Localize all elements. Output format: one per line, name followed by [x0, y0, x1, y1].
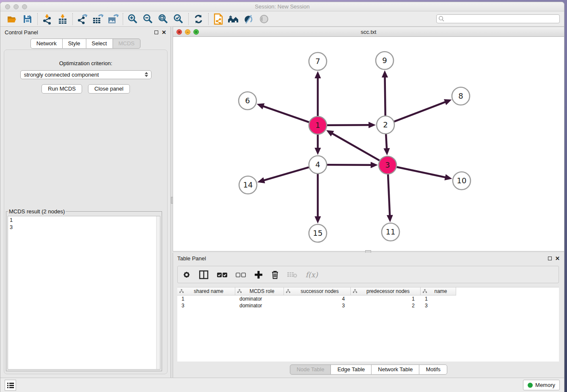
birds-eye-view-icon[interactable]: [256, 13, 272, 25]
node-label: 8: [458, 91, 463, 100]
table-cell: dominator: [235, 295, 284, 302]
graph-node-11[interactable]: 11: [382, 223, 399, 241]
result-scrollbar[interactable]: [156, 216, 160, 369]
graph-node-8[interactable]: 8: [452, 87, 470, 105]
mcds-result-line: 1: [10, 217, 158, 224]
close-panel-icon[interactable]: ✕: [162, 30, 166, 35]
column-header-name[interactable]: name: [421, 287, 456, 295]
column-header-shared-name[interactable]: shared name: [177, 287, 235, 295]
graph-edge-2-3[interactable]: [386, 134, 387, 149]
table-row[interactable]: 1dominator411: [177, 295, 559, 302]
column-header-mcds-role[interactable]: MCDS role: [235, 287, 284, 295]
graph-node-9[interactable]: 9: [376, 52, 394, 69]
toolbar-separator: [188, 13, 189, 25]
network-window-title: scc.txt: [173, 29, 564, 35]
hide-details-icon[interactable]: [241, 13, 256, 25]
graph-edge-1-6[interactable]: [262, 106, 309, 122]
app-window: Session: New Session: [0, 2, 564, 392]
close-panel-button[interactable]: Close panel: [88, 84, 130, 94]
zoom-fit-icon[interactable]: [156, 13, 171, 25]
export-image-icon[interactable]: [105, 13, 121, 25]
zoom-in-icon[interactable]: [125, 13, 140, 25]
graph-node-6[interactable]: 6: [239, 92, 256, 110]
split-view-icon[interactable]: [199, 268, 209, 281]
optimization-dropdown[interactable]: strongly connected component: [20, 70, 151, 79]
zoom-out-icon[interactable]: [140, 13, 156, 25]
mcds-result-textarea[interactable]: 13: [8, 216, 160, 370]
table-cell: 3: [421, 302, 456, 309]
table-tabs: Node TableEdge TableNetwork TableMotifs: [173, 362, 564, 378]
delete-column-icon[interactable]: [271, 268, 279, 281]
graph-edge-3-11[interactable]: [388, 174, 390, 216]
graph-node-4[interactable]: 4: [309, 156, 327, 174]
edge-arrowhead: [387, 215, 393, 222]
table-tab-edge-table[interactable]: Edge Table: [330, 364, 372, 375]
add-column-icon[interactable]: [254, 268, 263, 281]
edge-arrowhead: [369, 122, 376, 128]
tab-network[interactable]: Network: [30, 39, 63, 49]
delete-table-icon[interactable]: [287, 268, 298, 281]
graph-edge-4-3[interactable]: [327, 165, 372, 165]
graph-edge-1-2[interactable]: [327, 125, 370, 125]
close-table-panel-icon[interactable]: ✕: [555, 256, 560, 261]
table-cell: 1: [177, 295, 235, 302]
table-tab-network-table[interactable]: Network Table: [371, 364, 419, 375]
network-canvas[interactable]: 7968124314101511: [173, 37, 564, 251]
graph-node-1[interactable]: 1: [309, 116, 327, 134]
table-settings-icon[interactable]: [182, 268, 191, 281]
float-table-panel-icon[interactable]: [548, 257, 552, 260]
column-header-predecessor-nodes[interactable]: predecessor nodes: [351, 287, 421, 295]
export-table-icon[interactable]: [90, 13, 105, 25]
network-overview-icon[interactable]: [226, 13, 241, 25]
table-tab-node-table[interactable]: Node Table: [290, 364, 331, 375]
import-network-icon[interactable]: [40, 13, 55, 25]
graph-node-10[interactable]: 10: [453, 172, 471, 190]
graph-edge-2-9[interactable]: [385, 76, 385, 116]
refresh-view-icon[interactable]: [191, 13, 206, 25]
apply-function-icon[interactable]: f(x): [306, 268, 318, 281]
table-tab-motifs[interactable]: Motifs: [419, 364, 447, 375]
graph-edge-4-14[interactable]: [263, 167, 309, 181]
control-panel: Control Panel ✕ NetworkStyleSelectMCDS O…: [0, 27, 171, 378]
search-input[interactable]: [436, 14, 560, 23]
graph-node-7[interactable]: 7: [309, 52, 327, 70]
unselect-all-columns-icon[interactable]: [235, 268, 246, 281]
task-history-button[interactable]: [5, 380, 16, 391]
import-table-icon[interactable]: [55, 13, 70, 25]
select-all-columns-icon[interactable]: [217, 268, 228, 281]
graph-node-15[interactable]: 15: [309, 224, 327, 242]
open-session-icon[interactable]: [5, 13, 20, 25]
edge-arrowhead: [315, 216, 321, 224]
memory-button[interactable]: Memory: [523, 380, 560, 390]
graph-edge-3-10[interactable]: [397, 167, 446, 178]
graph-node-14[interactable]: 14: [239, 176, 257, 194]
run-mcds-button[interactable]: Run MCDS: [41, 84, 82, 94]
window-title: Session: New Session: [0, 3, 564, 10]
table-cell: dominator: [235, 302, 284, 309]
memory-status-icon: [528, 383, 533, 388]
graph-edge-3-1[interactable]: [331, 133, 380, 160]
tab-mcds[interactable]: MCDS: [113, 39, 140, 49]
mcds-result-group: MCDS result (2 nodes) 13: [6, 208, 162, 371]
export-network-icon[interactable]: [75, 13, 90, 25]
graph-node-3[interactable]: 3: [379, 156, 396, 174]
mcds-panel: Optimization criterion: strongly connect…: [4, 50, 168, 374]
column-header-successor-nodes[interactable]: successor nodes: [284, 287, 351, 295]
graph-edge-2-8[interactable]: [394, 102, 446, 121]
float-panel-icon[interactable]: [154, 30, 158, 34]
duplicate-network-icon[interactable]: [211, 13, 226, 25]
tab-select[interactable]: Select: [86, 39, 113, 49]
graph-node-2[interactable]: 2: [377, 116, 394, 134]
search-icon: [438, 16, 444, 22]
main-toolbar: [0, 11, 564, 27]
table-panel-title: Table Panel: [177, 255, 206, 262]
edge-arrowhead: [382, 70, 388, 77]
toolbar-separator: [123, 13, 123, 25]
table-cell: 2: [351, 302, 421, 309]
optimization-dropdown-value: strongly connected component: [24, 72, 99, 78]
tab-style[interactable]: Style: [62, 39, 86, 49]
save-session-icon[interactable]: [20, 13, 35, 25]
table-row[interactable]: 3dominator323: [177, 302, 559, 309]
network-window-titlebar[interactable]: ✕ − + scc.txt: [173, 27, 564, 37]
zoom-selected-icon[interactable]: [171, 13, 186, 25]
